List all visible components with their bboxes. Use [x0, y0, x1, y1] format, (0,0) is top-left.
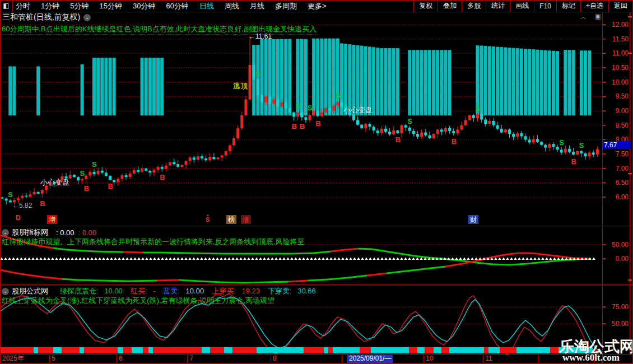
chart-rect	[328, 39, 332, 116]
toolbar-period-0[interactable]: 分时	[16, 1, 30, 11]
selected-date-label[interactable]: 2025/09/01/—	[347, 354, 393, 363]
chart-rect	[29, 194, 31, 197]
chart-line	[345, 249, 359, 250]
toolbar-period-9[interactable]: 多周期	[275, 1, 297, 11]
chart-rect	[244, 99, 247, 115]
zero-line-mark	[396, 258, 399, 260]
chart-rect	[208, 157, 211, 160]
toolbar-period-1[interactable]: 1分钟	[41, 1, 59, 11]
toolbar-period-4[interactable]: 30分钟	[133, 1, 155, 11]
toolbar-period-5[interactable]: 60分钟	[166, 1, 188, 11]
title-bar: 三和管桩(日线,前复权) ⌄	[0, 12, 91, 22]
price-axis-label: 11.50	[604, 35, 629, 43]
chevron-down-icon[interactable]: ⌄	[83, 14, 91, 21]
toolbar-action-6[interactable]: 标记	[556, 0, 580, 12]
chart-rect	[202, 347, 210, 353]
chart-rect	[33, 192, 36, 194]
zero-line-mark	[365, 258, 368, 260]
zero-line-mark	[478, 258, 482, 260]
date-label-1[interactable]: 5	[52, 354, 55, 363]
date-axis[interactable]: 2025年56782025/09/01/—1011	[0, 354, 633, 363]
chart-line	[157, 280, 179, 281]
chart-rect	[123, 347, 132, 353]
zero-line-mark	[27, 258, 31, 260]
zero-line-mark	[180, 258, 184, 260]
toolbar-period-8[interactable]: 月线	[250, 1, 264, 11]
zero-line-mark	[71, 258, 74, 260]
chart-rect	[516, 48, 519, 115]
chart-rect	[568, 149, 571, 152]
chart-rect	[118, 347, 123, 353]
date-label-4[interactable]: 8	[273, 354, 277, 363]
zero-line-mark	[4, 258, 7, 260]
toolbar-action-8[interactable]: 返回	[608, 0, 632, 12]
chart-rect	[180, 165, 183, 167]
chart-line	[476, 263, 493, 264]
zero-line-mark	[251, 258, 254, 260]
chart-rect	[396, 130, 399, 133]
zero-line-mark	[298, 258, 301, 260]
toolbar-action-0[interactable]: 复权	[413, 0, 437, 12]
chart-rect	[34, 347, 38, 353]
chart-rect	[452, 131, 455, 133]
date-tick	[271, 355, 271, 362]
chevron-down-icon[interactable]: ⌄	[2, 229, 9, 236]
toolbar-action-5[interactable]: F10	[534, 0, 556, 12]
date-label-2[interactable]: 6	[119, 354, 123, 363]
toolbar-period-6[interactable]: 日线	[199, 1, 214, 11]
chart-rect	[432, 134, 435, 138]
toolbar-action-1[interactable]: 叠加	[437, 0, 462, 12]
sell-marker: S	[255, 69, 260, 78]
chart-rect	[9, 200, 12, 202]
zero-line-mark	[16, 258, 19, 260]
chart-line	[308, 279, 328, 281]
toolbar-period-7[interactable]: 周线	[225, 1, 239, 11]
date-label-7[interactable]: 11	[485, 354, 492, 363]
toolbar-action-3[interactable]: 统计	[486, 0, 510, 12]
zero-line-mark	[55, 258, 58, 260]
zero-line-mark	[216, 258, 219, 260]
toolbar-period-2[interactable]: 5分钟	[70, 1, 89, 11]
buy-marker: B	[291, 122, 296, 130]
chart-rect	[153, 347, 202, 353]
chart-rect	[316, 111, 319, 116]
chart-rect	[232, 347, 257, 353]
chart-rect	[197, 156, 199, 160]
chart-rect	[210, 347, 224, 353]
toolbar-action-7[interactable]: +自选	[580, 0, 608, 12]
zero-line-mark	[502, 258, 505, 260]
date-label-6[interactable]: 10	[426, 354, 433, 363]
zero-line-mark	[157, 258, 160, 260]
chart-rect	[500, 129, 503, 133]
date-label-0[interactable]: 2025年	[2, 354, 24, 363]
chart-rect	[556, 147, 559, 150]
toolbar-action-4[interactable]: 画线	[510, 0, 534, 12]
chart-rect	[449, 347, 484, 353]
zero-line-mark	[149, 258, 152, 260]
price-axis-label: 6.50	[604, 179, 629, 186]
chart-rect	[304, 39, 308, 116]
chart-corner-icons[interactable]: ︿ ▣	[580, 13, 604, 21]
toolbar-period-3[interactable]: 15分钟	[99, 1, 122, 11]
zero-line-mark	[274, 258, 278, 260]
toolbar-period-10[interactable]: 更多>	[308, 1, 327, 11]
zero-line-mark	[204, 258, 207, 260]
zero-line-mark	[247, 258, 250, 260]
toolbar-action-2[interactable]: 多股	[462, 0, 486, 12]
chart-rect	[550, 347, 558, 353]
chart-line	[78, 280, 101, 281]
date-label-3[interactable]: 7	[189, 354, 193, 363]
chart-rect	[428, 136, 431, 138]
chart-line	[504, 253, 518, 255]
chart-rect	[428, 50, 431, 115]
chart-rect	[145, 58, 148, 115]
chart-rect	[53, 347, 62, 353]
zero-line-mark	[310, 258, 313, 260]
chevron-down-icon[interactable]: ⌄	[2, 288, 9, 295]
window-panel-icon[interactable]: ◧	[0, 0, 13, 12]
chart-rect	[341, 102, 343, 107]
zero-line-mark	[67, 258, 70, 260]
chart-line	[359, 249, 373, 249]
zero-line-mark	[349, 258, 352, 260]
chart-rect	[548, 144, 551, 148]
